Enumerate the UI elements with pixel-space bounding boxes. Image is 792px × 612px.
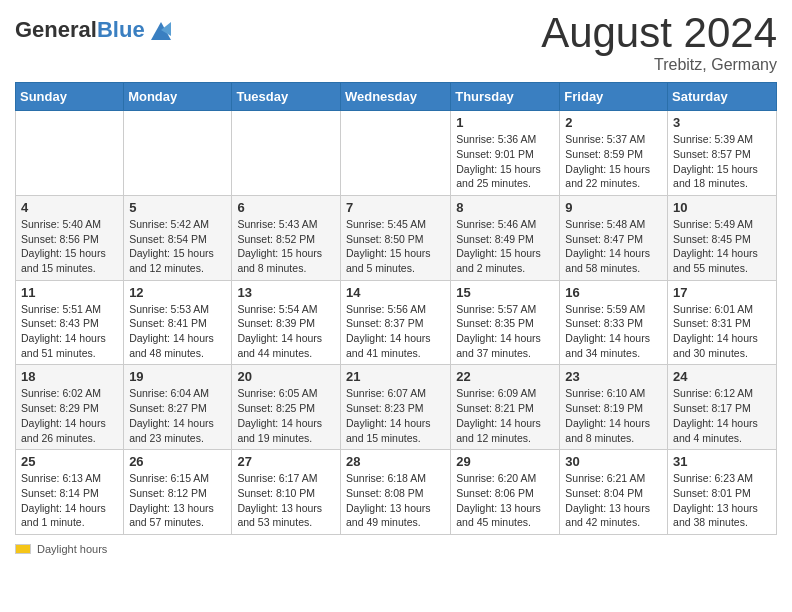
calendar-header-saturday: Saturday [668, 83, 777, 111]
day-number: 18 [21, 369, 118, 384]
calendar-header-thursday: Thursday [451, 83, 560, 111]
calendar-cell: 29Sunrise: 6:20 AM Sunset: 8:06 PM Dayli… [451, 450, 560, 535]
calendar-cell: 21Sunrise: 6:07 AM Sunset: 8:23 PM Dayli… [340, 365, 450, 450]
calendar-cell: 11Sunrise: 5:51 AM Sunset: 8:43 PM Dayli… [16, 280, 124, 365]
day-info: Sunrise: 6:04 AM Sunset: 8:27 PM Dayligh… [129, 386, 226, 445]
calendar-table: SundayMondayTuesdayWednesdayThursdayFrid… [15, 82, 777, 535]
day-number: 28 [346, 454, 445, 469]
logo-general-text: General [15, 17, 97, 42]
calendar-cell: 24Sunrise: 6:12 AM Sunset: 8:17 PM Dayli… [668, 365, 777, 450]
day-info: Sunrise: 6:05 AM Sunset: 8:25 PM Dayligh… [237, 386, 335, 445]
day-info: Sunrise: 6:21 AM Sunset: 8:04 PM Dayligh… [565, 471, 662, 530]
calendar-cell: 12Sunrise: 5:53 AM Sunset: 8:41 PM Dayli… [124, 280, 232, 365]
day-number: 26 [129, 454, 226, 469]
day-info: Sunrise: 6:13 AM Sunset: 8:14 PM Dayligh… [21, 471, 118, 530]
day-number: 7 [346, 200, 445, 215]
calendar-cell: 31Sunrise: 6:23 AM Sunset: 8:01 PM Dayli… [668, 450, 777, 535]
calendar-cell: 19Sunrise: 6:04 AM Sunset: 8:27 PM Dayli… [124, 365, 232, 450]
day-info: Sunrise: 6:20 AM Sunset: 8:06 PM Dayligh… [456, 471, 554, 530]
calendar-header-wednesday: Wednesday [340, 83, 450, 111]
day-info: Sunrise: 5:39 AM Sunset: 8:57 PM Dayligh… [673, 132, 771, 191]
calendar-week-row: 1Sunrise: 5:36 AM Sunset: 9:01 PM Daylig… [16, 111, 777, 196]
calendar-cell: 4Sunrise: 5:40 AM Sunset: 8:56 PM Daylig… [16, 195, 124, 280]
calendar-cell: 26Sunrise: 6:15 AM Sunset: 8:12 PM Dayli… [124, 450, 232, 535]
day-number: 15 [456, 285, 554, 300]
day-number: 3 [673, 115, 771, 130]
day-info: Sunrise: 5:59 AM Sunset: 8:33 PM Dayligh… [565, 302, 662, 361]
calendar-cell: 25Sunrise: 6:13 AM Sunset: 8:14 PM Dayli… [16, 450, 124, 535]
calendar-header-friday: Friday [560, 83, 668, 111]
calendar-week-row: 25Sunrise: 6:13 AM Sunset: 8:14 PM Dayli… [16, 450, 777, 535]
calendar-cell: 2Sunrise: 5:37 AM Sunset: 8:59 PM Daylig… [560, 111, 668, 196]
day-number: 10 [673, 200, 771, 215]
day-number: 12 [129, 285, 226, 300]
day-number: 9 [565, 200, 662, 215]
calendar-cell: 18Sunrise: 6:02 AM Sunset: 8:29 PM Dayli… [16, 365, 124, 450]
day-info: Sunrise: 6:12 AM Sunset: 8:17 PM Dayligh… [673, 386, 771, 445]
calendar-cell: 27Sunrise: 6:17 AM Sunset: 8:10 PM Dayli… [232, 450, 341, 535]
calendar-cell: 17Sunrise: 6:01 AM Sunset: 8:31 PM Dayli… [668, 280, 777, 365]
day-number: 6 [237, 200, 335, 215]
day-number: 17 [673, 285, 771, 300]
day-number: 25 [21, 454, 118, 469]
calendar-cell [340, 111, 450, 196]
day-number: 5 [129, 200, 226, 215]
day-info: Sunrise: 5:48 AM Sunset: 8:47 PM Dayligh… [565, 217, 662, 276]
calendar-cell: 28Sunrise: 6:18 AM Sunset: 8:08 PM Dayli… [340, 450, 450, 535]
day-info: Sunrise: 5:40 AM Sunset: 8:56 PM Dayligh… [21, 217, 118, 276]
calendar-cell: 8Sunrise: 5:46 AM Sunset: 8:49 PM Daylig… [451, 195, 560, 280]
day-number: 24 [673, 369, 771, 384]
day-info: Sunrise: 6:01 AM Sunset: 8:31 PM Dayligh… [673, 302, 771, 361]
day-number: 27 [237, 454, 335, 469]
day-info: Sunrise: 5:53 AM Sunset: 8:41 PM Dayligh… [129, 302, 226, 361]
calendar-cell: 3Sunrise: 5:39 AM Sunset: 8:57 PM Daylig… [668, 111, 777, 196]
calendar-cell: 9Sunrise: 5:48 AM Sunset: 8:47 PM Daylig… [560, 195, 668, 280]
calendar-week-row: 11Sunrise: 5:51 AM Sunset: 8:43 PM Dayli… [16, 280, 777, 365]
day-info: Sunrise: 6:18 AM Sunset: 8:08 PM Dayligh… [346, 471, 445, 530]
day-number: 14 [346, 285, 445, 300]
month-title: August 2024 [541, 10, 777, 56]
day-number: 19 [129, 369, 226, 384]
logo-icon [147, 16, 175, 44]
calendar-cell [232, 111, 341, 196]
day-info: Sunrise: 5:36 AM Sunset: 9:01 PM Dayligh… [456, 132, 554, 191]
day-info: Sunrise: 5:46 AM Sunset: 8:49 PM Dayligh… [456, 217, 554, 276]
calendar-cell: 5Sunrise: 5:42 AM Sunset: 8:54 PM Daylig… [124, 195, 232, 280]
day-info: Sunrise: 6:02 AM Sunset: 8:29 PM Dayligh… [21, 386, 118, 445]
calendar-cell: 22Sunrise: 6:09 AM Sunset: 8:21 PM Dayli… [451, 365, 560, 450]
day-number: 4 [21, 200, 118, 215]
day-info: Sunrise: 6:10 AM Sunset: 8:19 PM Dayligh… [565, 386, 662, 445]
calendar-cell: 6Sunrise: 5:43 AM Sunset: 8:52 PM Daylig… [232, 195, 341, 280]
daylight-label: Daylight hours [37, 543, 107, 555]
calendar-cell [16, 111, 124, 196]
calendar-header-tuesday: Tuesday [232, 83, 341, 111]
logo: GeneralBlue [15, 16, 175, 44]
day-info: Sunrise: 5:54 AM Sunset: 8:39 PM Dayligh… [237, 302, 335, 361]
day-info: Sunrise: 6:17 AM Sunset: 8:10 PM Dayligh… [237, 471, 335, 530]
day-info: Sunrise: 6:15 AM Sunset: 8:12 PM Dayligh… [129, 471, 226, 530]
day-number: 22 [456, 369, 554, 384]
day-number: 2 [565, 115, 662, 130]
day-info: Sunrise: 5:56 AM Sunset: 8:37 PM Dayligh… [346, 302, 445, 361]
calendar-cell: 15Sunrise: 5:57 AM Sunset: 8:35 PM Dayli… [451, 280, 560, 365]
day-info: Sunrise: 6:07 AM Sunset: 8:23 PM Dayligh… [346, 386, 445, 445]
day-number: 16 [565, 285, 662, 300]
calendar-cell: 30Sunrise: 6:21 AM Sunset: 8:04 PM Dayli… [560, 450, 668, 535]
day-info: Sunrise: 5:57 AM Sunset: 8:35 PM Dayligh… [456, 302, 554, 361]
calendar-cell: 14Sunrise: 5:56 AM Sunset: 8:37 PM Dayli… [340, 280, 450, 365]
page-header: GeneralBlue August 2024 Trebitz, Germany [15, 10, 777, 74]
day-number: 1 [456, 115, 554, 130]
calendar-cell [124, 111, 232, 196]
calendar-cell: 10Sunrise: 5:49 AM Sunset: 8:45 PM Dayli… [668, 195, 777, 280]
day-number: 21 [346, 369, 445, 384]
day-info: Sunrise: 5:37 AM Sunset: 8:59 PM Dayligh… [565, 132, 662, 191]
calendar-header-sunday: Sunday [16, 83, 124, 111]
daylight-bar-icon [15, 544, 31, 554]
calendar-header-monday: Monday [124, 83, 232, 111]
calendar-cell: 16Sunrise: 5:59 AM Sunset: 8:33 PM Dayli… [560, 280, 668, 365]
day-number: 31 [673, 454, 771, 469]
day-number: 20 [237, 369, 335, 384]
calendar-cell: 7Sunrise: 5:45 AM Sunset: 8:50 PM Daylig… [340, 195, 450, 280]
day-number: 29 [456, 454, 554, 469]
logo-blue-text: Blue [97, 17, 145, 42]
